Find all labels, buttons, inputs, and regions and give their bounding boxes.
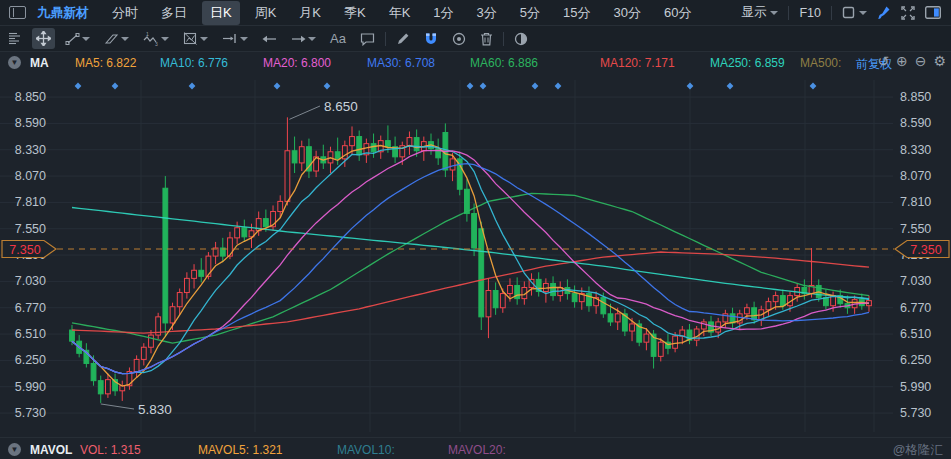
svg-text:5.830: 5.830 (138, 402, 172, 417)
undo-icon[interactable]: ↺ (877, 53, 889, 69)
period-tab[interactable]: 年K (381, 1, 419, 25)
indicator-lines-button[interactable] (4, 29, 26, 49)
fullscreen-icon[interactable] (901, 6, 915, 20)
period-tabs: 分时多日日K周K月K季K年K1分3分5分15分30分60分 (104, 1, 706, 25)
contrast-toggle[interactable] (510, 29, 532, 49)
chevron-down-icon (200, 37, 208, 41)
period-tab[interactable]: 分时 (104, 1, 146, 25)
svg-text:5.730: 5.730 (15, 406, 46, 420)
panel-right-icon[interactable] (925, 6, 941, 19)
ma-indicator-label[interactable]: MA (30, 56, 49, 70)
elliott-wave-tool[interactable]: 13 (139, 28, 173, 49)
chevron-down-icon (240, 37, 248, 41)
ma-value[interactable]: MA20: 6.800 (263, 56, 331, 70)
period-tab[interactable]: 季K (336, 1, 374, 25)
chevron-down-icon (859, 11, 867, 15)
undo-arrow-button[interactable] (258, 30, 281, 48)
mavol-value[interactable]: MAVOL5: 1.321 (198, 443, 283, 457)
edit-pencil-button[interactable] (392, 29, 414, 49)
top-tab-bar: 九鼎新材 分时多日日K周K月K季K年K1分3分5分15分30分60分 显示 F1… (0, 0, 951, 26)
period-tab[interactable]: 月K (291, 1, 329, 25)
period-tab[interactable]: 周K (247, 1, 285, 25)
text-tool[interactable]: Aa (326, 28, 350, 49)
mavol-indicator-label[interactable]: MAVOL (30, 443, 72, 457)
svg-text:7.550: 7.550 (900, 222, 931, 236)
panel-left-icon[interactable] (9, 6, 26, 19)
svg-text:7.030: 7.030 (15, 274, 46, 288)
svg-text:7.350: 7.350 (9, 243, 40, 257)
ma-indicator-row: ▼ MA MA5: 6.822MA10: 6.776MA20: 6.800MA3… (0, 52, 951, 72)
period-tab[interactable]: 日K (202, 1, 240, 25)
svg-text:6.510: 6.510 (900, 327, 931, 341)
zoom-out-icon[interactable]: ⊖ (915, 53, 927, 69)
stock-name[interactable]: 九鼎新材 (37, 4, 89, 22)
svg-text:8.850: 8.850 (900, 90, 931, 104)
svg-text:5.730: 5.730 (900, 406, 931, 420)
move-tool-button[interactable] (32, 28, 55, 49)
redo-arrow-button[interactable] (287, 30, 320, 48)
svg-text:5.990: 5.990 (900, 380, 931, 394)
ma-value[interactable]: MA60: 6.886 (470, 56, 538, 70)
ma-value[interactable]: MA30: 6.708 (367, 56, 435, 70)
watermark: @格隆汇 (893, 442, 943, 459)
zoom-in-icon[interactable]: ⊕ (896, 53, 908, 69)
svg-text:8.070: 8.070 (900, 169, 931, 183)
display-label: 显示 (741, 4, 766, 21)
chevron-down-icon (308, 37, 316, 41)
svg-text:7.810: 7.810 (900, 195, 931, 209)
chevron-down-icon (82, 37, 90, 41)
divider (788, 6, 789, 20)
gear-icon[interactable]: ⚙ (933, 53, 946, 69)
f10-button[interactable]: F10 (799, 6, 821, 20)
display-dropdown[interactable]: 显示 (741, 4, 778, 21)
chart-style-dropdown[interactable] (842, 6, 867, 19)
divider (385, 32, 386, 46)
svg-text:8.070: 8.070 (15, 169, 46, 183)
svg-text:8.330: 8.330 (15, 143, 46, 157)
comment-tool[interactable] (356, 29, 379, 49)
svg-text:8.330: 8.330 (900, 143, 931, 157)
ma-value[interactable]: MA500: (800, 56, 841, 70)
volume-indicator-row: ▼ MAVOL VOL: 1.315MAVOL5: 1.321MAVOL10:M… (0, 437, 951, 459)
price-chart-pane: 8.8508.8508.5908.5908.3308.3308.0708.070… (0, 52, 951, 437)
ma-value[interactable]: MA120: 7.171 (600, 56, 675, 70)
svg-text:8.590: 8.590 (15, 116, 46, 130)
svg-text:1: 1 (146, 31, 149, 37)
svg-text:6.770: 6.770 (15, 301, 46, 315)
period-tab[interactable]: 15分 (555, 1, 598, 25)
period-tab[interactable]: 5分 (512, 1, 548, 25)
period-tab[interactable]: 60分 (656, 1, 699, 25)
period-tab[interactable]: 30分 (606, 1, 649, 25)
magnet-tool-active[interactable] (420, 29, 442, 49)
trash-button[interactable] (476, 29, 497, 49)
svg-text:8.850: 8.850 (15, 90, 46, 104)
collapse-ma-icon[interactable]: ▼ (8, 56, 21, 69)
chevron-down-icon (770, 11, 778, 15)
topbar-right-controls: 显示 F10 (741, 4, 951, 21)
period-tab[interactable]: 多日 (153, 1, 195, 25)
svg-text:7.810: 7.810 (15, 195, 46, 209)
period-tab[interactable]: 3分 (469, 1, 505, 25)
mavol-value[interactable]: VOL: 1.315 (80, 443, 141, 457)
ma-row-tools: ↺ ⊕ ⊖ ⚙ (877, 53, 946, 69)
ma-value[interactable]: MA10: 6.776 (160, 56, 228, 70)
target-tool[interactable] (448, 29, 470, 49)
collapse-mavol-icon[interactable]: ▼ (8, 443, 21, 456)
svg-text:8.650: 8.650 (324, 99, 358, 114)
svg-text:6.770: 6.770 (900, 301, 931, 315)
svg-text:7.550: 7.550 (15, 222, 46, 236)
measure-tool[interactable] (218, 29, 252, 48)
price-chart-canvas[interactable]: 8.8508.8508.5908.5908.3308.3308.0708.070… (0, 52, 951, 437)
ma-value[interactable]: MA250: 6.859 (710, 56, 785, 70)
divider (831, 6, 832, 20)
svg-text:3: 3 (155, 41, 158, 47)
mavol-value[interactable]: MAVOL10: (337, 443, 395, 457)
trend-line-tool[interactable] (61, 29, 94, 49)
period-tab[interactable]: 1分 (425, 1, 461, 25)
brush-icon[interactable] (877, 5, 891, 20)
pattern-stats-tool[interactable] (179, 28, 212, 49)
candle-style-icon (842, 6, 855, 19)
ma-value[interactable]: MA5: 6.822 (75, 56, 136, 70)
mavol-value[interactable]: MAVOL20: (448, 443, 506, 457)
channel-tool[interactable] (100, 29, 133, 49)
